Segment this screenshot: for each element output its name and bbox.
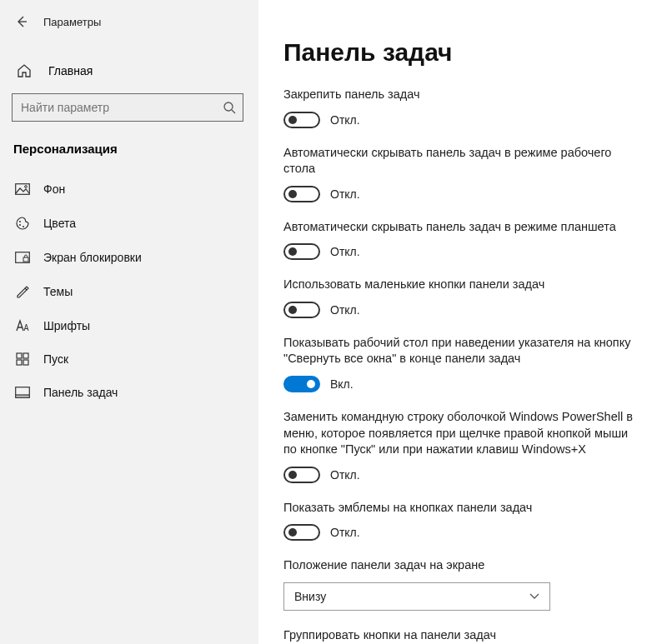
themes-icon	[13, 284, 32, 299]
toggle-switch[interactable]	[283, 186, 320, 202]
setting-label: Автоматически скрывать панель задач в ре…	[283, 145, 642, 177]
sidebar-item-lockscreen[interactable]: Экран блокировки	[0, 241, 258, 274]
toggle-switch[interactable]	[283, 376, 320, 392]
toggle-row: Откл.	[283, 302, 642, 318]
svg-point-4	[19, 224, 21, 226]
toggle-switch[interactable]	[283, 467, 320, 483]
setting-toggle-block: Заменить командную строку оболочкой Wind…	[283, 409, 642, 483]
toggle-state-label: Откл.	[330, 468, 360, 482]
setting-toggle-block: Показывать рабочий стол при наведении ук…	[283, 335, 642, 392]
nav-home-label: Главная	[48, 64, 93, 77]
search-input-container[interactable]	[12, 93, 243, 122]
setting-label: Группировать кнопки на панели задач	[283, 627, 642, 644]
setting-toggle-block: Автоматически скрывать панель задач в ре…	[283, 219, 642, 261]
toggle-row: Откл.	[283, 112, 642, 128]
lockscreen-icon	[13, 252, 32, 263]
toggle-row: Откл.	[283, 467, 642, 483]
chevron-down-icon	[529, 593, 539, 600]
sidebar-item-label: Цвета	[43, 217, 76, 230]
setting-label: Закрепить панель задач	[283, 87, 642, 103]
toggle-switch[interactable]	[283, 524, 320, 541]
toggle-switch[interactable]	[283, 112, 320, 128]
toggle-row: Откл.	[283, 186, 642, 202]
sidebar-item-label: Темы	[43, 285, 73, 298]
taskbar-icon	[13, 387, 32, 398]
toggle-knob	[288, 528, 297, 537]
toggle-knob	[288, 116, 297, 124]
svg-point-5	[23, 226, 24, 227]
main-content: Панель задач Закрепить панель задачОткл.…	[258, 0, 667, 644]
setting-position: Положение панели задач на экране Внизу	[283, 557, 642, 611]
toggle-state-label: Откл.	[330, 303, 360, 317]
sidebar-item-start[interactable]: Пуск	[0, 342, 258, 376]
toggle-row: Откл.	[283, 524, 642, 541]
search-icon	[223, 101, 236, 114]
setting-toggle-block: Автоматически скрывать панель задач в ре…	[283, 145, 642, 202]
sidebar-item-taskbar[interactable]: Панель задач	[0, 376, 258, 409]
setting-label: Использовать маленькие кнопки панели зад…	[283, 277, 642, 293]
toggle-knob	[288, 190, 297, 198]
arrow-left-icon	[15, 15, 28, 28]
svg-rect-10	[17, 360, 22, 365]
sidebar-item-label: Панель задач	[43, 386, 118, 399]
nav-list: Фон Цвета Экран блокировки Темы Шрифты	[0, 167, 258, 409]
svg-rect-11	[23, 360, 28, 365]
dropdown-value: Внизу	[294, 590, 326, 603]
toggle-state-label: Откл.	[330, 245, 360, 258]
back-button[interactable]	[10, 10, 33, 33]
sidebar-item-label: Шрифты	[43, 319, 90, 332]
sidebar-item-label: Экран блокировки	[43, 251, 142, 264]
toggle-state-label: Вкл.	[330, 377, 354, 391]
sidebar-item-label: Фон	[43, 182, 65, 196]
toggle-row: Вкл.	[283, 376, 642, 392]
search-wrap	[0, 85, 258, 135]
sidebar-item-label: Пуск	[43, 352, 68, 366]
svg-point-2	[25, 186, 28, 188]
setting-toggle-block: Использовать маленькие кнопки панели зад…	[283, 277, 642, 318]
setting-label: Показать эмблемы на кнопках панели задач	[283, 500, 642, 517]
toggle-knob	[307, 380, 315, 388]
toggle-knob	[288, 306, 297, 314]
dropdown-position[interactable]: Внизу	[283, 582, 550, 611]
sidebar-item-themes[interactable]: Темы	[0, 274, 258, 309]
sidebar: Параметры Главная Персонализация Фон Цве…	[0, 0, 258, 644]
sidebar-item-fonts[interactable]: Шрифты	[0, 309, 258, 342]
svg-point-3	[19, 221, 21, 222]
search-input[interactable]	[21, 101, 223, 114]
image-icon	[13, 183, 32, 195]
toggle-state-label: Откл.	[330, 526, 360, 539]
home-icon	[17, 63, 37, 78]
toggle-state-label: Откл.	[330, 113, 360, 127]
sidebar-item-background[interactable]: Фон	[0, 172, 258, 206]
svg-rect-8	[17, 353, 22, 358]
setting-label: Заменить командную строку оболочкой Wind…	[283, 409, 642, 458]
toggle-state-label: Откл.	[330, 187, 360, 201]
svg-rect-1	[16, 184, 30, 195]
nav-home[interactable]: Главная	[0, 57, 258, 85]
setting-toggle-block: Показать эмблемы на кнопках панели задач…	[283, 500, 642, 542]
toggle-switch[interactable]	[283, 243, 320, 260]
svg-point-0	[224, 102, 233, 111]
toggle-switch[interactable]	[283, 302, 320, 318]
header-row: Параметры	[0, 7, 258, 47]
svg-rect-7	[23, 257, 28, 262]
setting-label: Положение панели задач на экране	[283, 557, 642, 574]
app-title: Параметры	[43, 16, 101, 28]
toggle-knob	[288, 471, 297, 479]
palette-icon	[13, 216, 32, 231]
section-label: Персонализация	[0, 135, 258, 167]
toggle-row: Откл.	[283, 243, 642, 260]
svg-rect-9	[23, 353, 28, 358]
setting-label: Показывать рабочий стол при наведении ук…	[283, 335, 642, 367]
setting-grouping: Группировать кнопки на панели задач Всег…	[283, 627, 642, 644]
sidebar-item-colors[interactable]: Цвета	[0, 206, 258, 241]
setting-label: Автоматически скрывать панель задач в ре…	[283, 219, 642, 236]
setting-toggle-block: Закрепить панель задачОткл.	[283, 87, 642, 128]
start-icon	[13, 352, 32, 366]
toggle-knob	[288, 247, 297, 256]
fonts-icon	[13, 319, 32, 332]
page-title: Панель задач	[283, 38, 642, 67]
